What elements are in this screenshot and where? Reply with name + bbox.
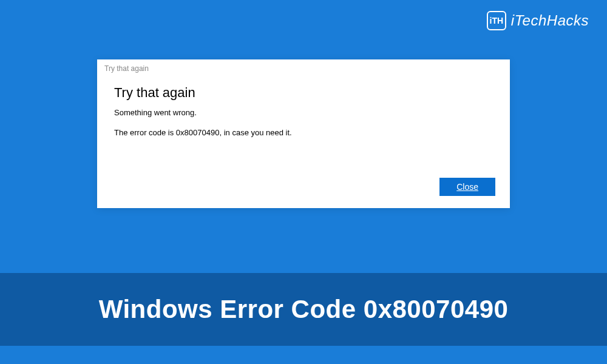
brand-logo-container: iTH iTechHacks	[487, 11, 589, 30]
brand-logo-text: iTH	[490, 16, 504, 25]
title-banner: Windows Error Code 0x80070490	[0, 273, 607, 346]
close-button[interactable]: Close	[439, 178, 495, 196]
dialog-body: Try that again Something went wrong. The…	[97, 73, 510, 137]
dialog-window-title: Try that again	[97, 59, 510, 73]
dialog-heading: Try that again	[114, 85, 493, 101]
brand-logo-icon: iTH	[487, 11, 506, 30]
dialog-error-detail: The error code is 0x80070490, in case yo…	[114, 128, 493, 137]
banner-text: Windows Error Code 0x80070490	[99, 295, 509, 324]
dialog-message: Something went wrong.	[114, 108, 493, 117]
dialog-actions: Close	[439, 178, 495, 196]
brand-name: iTechHacks	[511, 12, 589, 29]
error-dialog: Try that again Try that again Something …	[97, 59, 510, 208]
